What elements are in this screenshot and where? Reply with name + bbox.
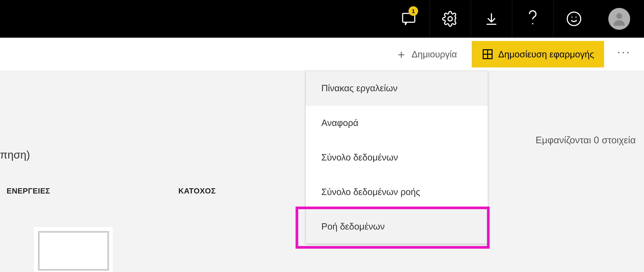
svg-point-5 xyxy=(576,17,577,18)
ellipsis-icon: ··· xyxy=(617,45,631,58)
more-options-button[interactable]: ··· xyxy=(614,52,634,57)
download-icon xyxy=(484,12,499,26)
profile-button[interactable] xyxy=(594,0,644,38)
svg-point-3 xyxy=(567,12,581,26)
smiley-icon xyxy=(566,11,582,27)
person-icon xyxy=(611,11,628,27)
create-dropdown: Πίνακας εργαλείων Αναφορά Σύνολο δεδομέν… xyxy=(306,71,488,244)
svg-point-1 xyxy=(448,17,452,21)
dropdown-item-dashboard[interactable]: Πίνακας εργαλείων xyxy=(306,71,488,105)
dropdown-item-dataflow[interactable]: Ροή δεδομένων xyxy=(306,209,488,243)
gear-icon xyxy=(442,11,458,27)
dropdown-item-report[interactable]: Αναφορά xyxy=(306,105,488,140)
app-grid-icon xyxy=(482,48,494,60)
column-headers: ΕΝΕΡΓΕΙΕΣ ΚΑΤΟΧΟΣ xyxy=(0,186,216,195)
column-actions: ΕΝΕΡΓΕΙΕΣ xyxy=(6,186,178,195)
actionbar: ＋ Δημιουργία Δημοσίευση εφαρμογής ··· xyxy=(0,38,644,71)
help-button[interactable] xyxy=(512,0,553,38)
svg-point-6 xyxy=(616,13,622,19)
topbar: 1 xyxy=(0,0,644,38)
question-icon xyxy=(526,9,539,29)
feedback-button[interactable] xyxy=(553,0,594,38)
truncated-text: πηση) xyxy=(0,148,30,161)
settings-button[interactable] xyxy=(429,0,470,38)
items-count-label: Εμφανίζονται 0 στοιχεία xyxy=(536,134,636,145)
download-button[interactable] xyxy=(470,0,512,38)
create-label: Δημιουργία xyxy=(412,49,457,60)
column-owner: ΚΑΤΟΧΟΣ xyxy=(178,186,216,195)
create-button[interactable]: ＋ Δημιουργία xyxy=(390,46,462,63)
dropdown-item-dataset[interactable]: Σύνολο δεδομένων xyxy=(306,140,488,174)
content-preview-tile xyxy=(38,231,109,271)
svg-point-4 xyxy=(571,17,572,18)
svg-point-2 xyxy=(532,23,533,24)
publish-app-button[interactable]: Δημοσίευση εφαρμογής xyxy=(472,41,604,67)
notification-badge: 1 xyxy=(408,6,418,16)
dropdown-item-streaming-dataset[interactable]: Σύνολο δεδομένων ροής xyxy=(306,174,488,209)
notifications-button[interactable]: 1 xyxy=(388,0,429,38)
publish-label: Δημοσίευση εφαρμογής xyxy=(498,49,594,60)
avatar xyxy=(608,8,630,30)
